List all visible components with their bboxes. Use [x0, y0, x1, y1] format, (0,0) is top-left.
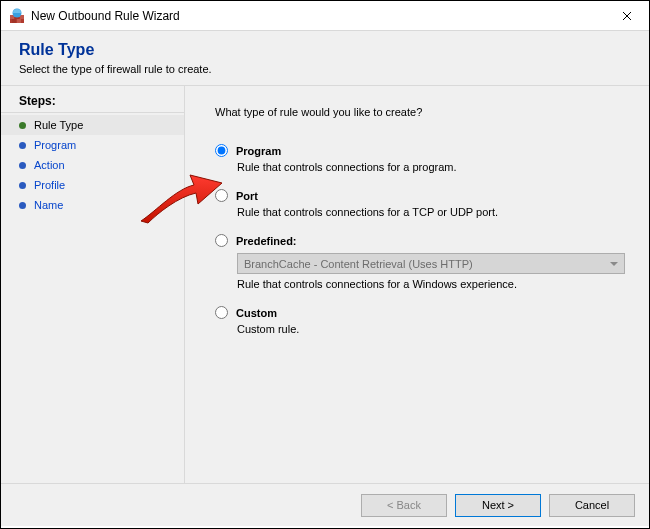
wizard-header: Rule Type Select the type of firewall ru… — [1, 31, 649, 86]
radio-port-desc: Rule that controls connections for a TCP… — [237, 206, 627, 218]
radio-predefined-label[interactable]: Predefined: — [236, 235, 297, 247]
radio-program-desc: Rule that controls connections for a pro… — [237, 161, 627, 173]
button-bar: < Back Next > Cancel — [1, 483, 649, 526]
step-label: Rule Type — [34, 119, 83, 131]
bullet-icon — [19, 182, 26, 189]
firewall-icon — [9, 8, 25, 24]
radio-custom-label[interactable]: Custom — [236, 307, 277, 319]
step-program[interactable]: Program — [1, 135, 184, 155]
radio-custom[interactable] — [215, 306, 228, 319]
step-label: Name — [34, 199, 63, 211]
window-title: New Outbound Rule Wizard — [31, 9, 604, 23]
bullet-icon — [19, 142, 26, 149]
back-button[interactable]: < Back — [361, 494, 447, 517]
page-title: Rule Type — [19, 41, 631, 59]
radio-predefined-desc: Rule that controls connections for a Win… — [237, 278, 627, 290]
bullet-icon — [19, 162, 26, 169]
radio-program-label[interactable]: Program — [236, 145, 281, 157]
step-label: Program — [34, 139, 76, 151]
close-button[interactable] — [604, 1, 649, 31]
step-label: Profile — [34, 179, 65, 191]
radio-port[interactable] — [215, 189, 228, 202]
radio-program[interactable] — [215, 144, 228, 157]
bullet-icon — [19, 202, 26, 209]
next-button[interactable]: Next > — [455, 494, 541, 517]
page-subtitle: Select the type of firewall rule to crea… — [19, 63, 631, 75]
step-rule-type[interactable]: Rule Type — [1, 115, 184, 135]
radio-predefined[interactable] — [215, 234, 228, 247]
steps-heading: Steps: — [1, 94, 184, 113]
wizard-content: What type of rule would you like to crea… — [184, 86, 649, 483]
option-port: Port Rule that controls connections for … — [215, 189, 627, 218]
step-profile[interactable]: Profile — [1, 175, 184, 195]
titlebar: New Outbound Rule Wizard — [1, 1, 649, 31]
option-program: Program Rule that controls connections f… — [215, 144, 627, 173]
option-predefined: Predefined: BranchCache - Content Retrie… — [215, 234, 627, 290]
cancel-button[interactable]: Cancel — [549, 494, 635, 517]
step-name[interactable]: Name — [1, 195, 184, 215]
svg-rect-4 — [12, 19, 16, 23]
radio-port-label[interactable]: Port — [236, 190, 258, 202]
option-custom: Custom Custom rule. — [215, 306, 627, 335]
svg-rect-5 — [17, 19, 21, 23]
step-action[interactable]: Action — [1, 155, 184, 175]
step-label: Action — [34, 159, 65, 171]
predefined-select-value: BranchCache - Content Retrieval (Uses HT… — [244, 258, 473, 270]
steps-sidebar: Steps: Rule Type Program Action Profile … — [1, 86, 184, 483]
radio-custom-desc: Custom rule. — [237, 323, 627, 335]
bullet-icon — [19, 122, 26, 129]
wizard-body: Steps: Rule Type Program Action Profile … — [1, 86, 649, 483]
content-question: What type of rule would you like to crea… — [215, 106, 627, 118]
predefined-select[interactable]: BranchCache - Content Retrieval (Uses HT… — [237, 253, 625, 274]
